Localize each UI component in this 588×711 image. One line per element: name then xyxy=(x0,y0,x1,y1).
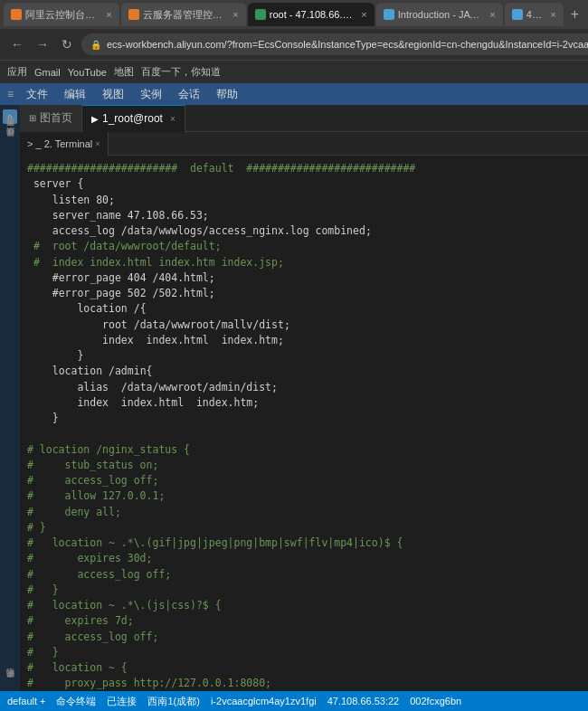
address-field[interactable]: 🔒 ecs-workbench.aliyun.com/?from=EcsCons… xyxy=(81,33,588,55)
browser-chrome: 阿里云控制台首页 × 云服务器管理控制台 × root - 47.108.66.… xyxy=(0,0,588,83)
menu-view[interactable]: 视图 xyxy=(95,85,131,104)
tab-close-4[interactable]: × xyxy=(489,9,495,20)
bookmark-apps[interactable]: 应用 xyxy=(7,65,27,79)
status-ip-label: 47.108.66.53:22 xyxy=(327,696,400,706)
tab-2[interactable]: 云服务器管理控制台 × xyxy=(121,3,246,26)
bookmark-youtube[interactable]: YouTube xyxy=(68,67,107,78)
editor-tab-root-label: 1_root@root xyxy=(102,112,163,125)
sidebar-label-remote-connect[interactable]: 远程连接 xyxy=(3,139,18,147)
reload-button[interactable]: ↻ xyxy=(58,35,76,53)
tab-favicon-4 xyxy=(384,9,394,20)
status-bar: default + 命令终端 已连接 西南1(成都) i-2vcaacglcm4… xyxy=(0,691,588,711)
menu-file[interactable]: 文件 xyxy=(19,85,55,104)
sidebar-icon-home[interactable]: ⌂ xyxy=(3,109,17,124)
editor-tab-root[interactable]: ▶ 1_root@root × xyxy=(82,105,185,132)
sidebar-label-remote-desktop[interactable]: 远程桌面 xyxy=(3,128,18,136)
bookmark-maps[interactable]: 地图 xyxy=(114,65,134,79)
terminal-tab-2[interactable]: > _ 2. Terminal × xyxy=(20,132,109,156)
terminal-text: ######################## default #######… xyxy=(27,161,581,691)
status-ip: 47.108.66.53:22 xyxy=(327,696,400,706)
menu-edit[interactable]: 编辑 xyxy=(57,85,93,104)
status-region-label: 西南1(成都) xyxy=(147,695,199,708)
tab-5[interactable]: 47... × xyxy=(505,3,564,26)
app-icon: ≡ xyxy=(4,88,17,100)
status-session: 002fcxg6bn xyxy=(410,696,461,706)
tab-label-5: 47... xyxy=(526,9,543,20)
terminal-icon: ▶ xyxy=(91,114,99,124)
menu-help[interactable]: 帮助 xyxy=(209,85,245,104)
status-shell-label: 命令终端 xyxy=(56,695,96,708)
bookmark-gmail[interactable]: Gmail xyxy=(34,67,61,78)
editor-tab-bar: ⊞ 图首页 ▶ 1_root@root × xyxy=(20,105,588,132)
sidebar-label-password[interactable]: 要求密码 xyxy=(3,680,18,687)
terminal-content[interactable]: ######################## default #######… xyxy=(20,156,588,691)
terminal-tab-label: > _ 2. Terminal xyxy=(27,138,92,149)
left-sidebar: ⌂ 远程桌面 远程连接 要求密码 xyxy=(0,105,20,691)
status-connection-label: 已连接 xyxy=(107,695,137,708)
address-bar: ← → ↻ 🔒 ecs-workbench.aliyun.com/?from=E… xyxy=(0,29,588,60)
status-connection: 已连接 xyxy=(107,695,137,708)
new-tab-button[interactable]: + xyxy=(565,6,584,23)
tab-label-2: 云服务器管理控制台 xyxy=(143,8,226,22)
editor-tab-root-close[interactable]: × xyxy=(170,114,175,124)
editor-tab-home-label: 图首页 xyxy=(40,110,72,126)
back-button[interactable]: ← xyxy=(7,35,27,53)
tab-label-3: root - 47.108.66.53西南... xyxy=(270,8,355,22)
status-shell: 命令终端 xyxy=(56,695,96,708)
tab-close-5[interactable]: × xyxy=(550,9,555,20)
tab-label-4: Introduction - JAVA环境... xyxy=(398,8,483,22)
tab-bar: 阿里云控制台首页 × 云服务器管理控制台 × root - 47.108.66.… xyxy=(0,0,588,29)
tab-close-3[interactable]: × xyxy=(361,9,366,20)
lock-icon: 🔒 xyxy=(90,40,101,50)
status-profile: default + xyxy=(7,696,45,706)
status-session-label: 002fcxg6bn xyxy=(410,696,461,706)
tab-3[interactable]: root - 47.108.66.53西南... × xyxy=(248,3,375,26)
main-layout: ⌂ 远程桌面 远程连接 要求密码 ⊞ 图首页 ▶ 1_root@root × xyxy=(0,105,588,691)
bookmark-baidu[interactable]: 百度一下，你知道 xyxy=(141,65,221,79)
status-instance-label: i-2vcaacglcm4ay1zv1fgi xyxy=(211,696,317,706)
app-menubar: ≡ 文件 编辑 视图 实例 会话 帮助 xyxy=(0,83,588,105)
status-region: 西南1(成都) xyxy=(147,695,199,708)
status-profile-label: default xyxy=(7,696,37,706)
tab-favicon-2 xyxy=(128,9,139,20)
content-area: ⊞ 图首页 ▶ 1_root@root × > _ 2. Terminal × … xyxy=(20,105,588,691)
bookmarks-bar: 应用 Gmail YouTube 地图 百度一下，你知道 xyxy=(0,60,588,83)
tab-4[interactable]: Introduction - JAVA环境... × xyxy=(376,3,503,26)
address-text: ecs-workbench.aliyun.com/?from=EcsConsol… xyxy=(107,39,588,50)
forward-button[interactable]: → xyxy=(33,35,52,53)
editor-tab-home[interactable]: ⊞ 图首页 xyxy=(20,105,82,132)
tab-1[interactable]: 阿里云控制台首页 × xyxy=(4,3,119,26)
terminal-tab-close[interactable]: × xyxy=(95,139,100,148)
tab-close-2[interactable]: × xyxy=(232,9,238,20)
tab-favicon-1 xyxy=(11,9,22,20)
status-add-btn[interactable]: + xyxy=(40,696,45,706)
app-window: ≡ 文件 编辑 视图 实例 会话 帮助 ⌂ 远程桌面 远程连接 要求密码 ⊞ 图… xyxy=(0,83,588,711)
terminal-tab-bar: > _ 2. Terminal × xyxy=(20,132,588,156)
tab-favicon-3 xyxy=(255,9,266,20)
status-instance: i-2vcaacglcm4ay1zv1fgi xyxy=(211,696,317,706)
tab-label-1: 阿里云控制台首页 xyxy=(25,8,99,22)
tab-favicon-5 xyxy=(512,9,523,20)
home-icon: ⊞ xyxy=(29,113,36,123)
tab-close-1[interactable]: × xyxy=(106,9,111,20)
menu-session[interactable]: 会话 xyxy=(171,85,207,104)
menu-instance[interactable]: 实例 xyxy=(133,85,169,104)
